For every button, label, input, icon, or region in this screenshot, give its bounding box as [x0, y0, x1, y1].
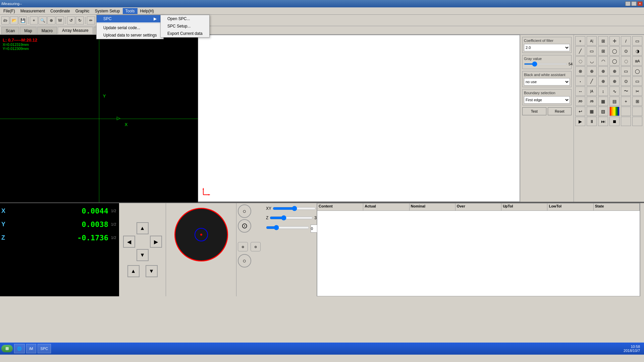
- icon-diagonal[interactable]: /: [621, 36, 631, 46]
- icon-grid[interactable]: ⊞: [598, 46, 608, 56]
- taskbar-ie[interactable]: 🌐: [14, 344, 25, 353]
- icon-circle4[interactable]: ◯: [632, 66, 642, 76]
- cam-btn-circle3[interactable]: ○: [238, 254, 251, 267]
- icon-wave[interactable]: 〜: [621, 86, 631, 96]
- draw-button[interactable]: ✏: [87, 16, 95, 24]
- icon-table2[interactable]: ▤: [609, 97, 620, 106]
- scroll-handle[interactable]: [640, 203, 644, 296]
- icon-jo[interactable]: JO: [575, 97, 585, 106]
- arrow-up[interactable]: ▲: [137, 222, 149, 234]
- icon-four-cross[interactable]: ✛: [609, 36, 620, 46]
- icon-arc-up[interactable]: ◠: [598, 56, 608, 66]
- icon-circle3[interactable]: ◌: [621, 56, 631, 66]
- reset-button[interactable]: Reset: [548, 107, 572, 115]
- taskbar-im[interactable]: iM: [26, 344, 36, 353]
- arrow-z-down[interactable]: ▼: [146, 265, 158, 277]
- menu-file[interactable]: File(F): [1, 8, 18, 14]
- menu-coordinate[interactable]: Coordinate: [48, 8, 73, 14]
- icon-circle-plus[interactable]: ⊕: [609, 76, 620, 86]
- icon-text[interactable]: A|: [587, 36, 597, 46]
- cam-icon2[interactable]: ⊚: [251, 242, 261, 251]
- menu-graphic[interactable]: Graphic: [73, 8, 92, 14]
- icon-js[interactable]: JS: [587, 97, 597, 106]
- arrow-z-up[interactable]: ▲: [127, 265, 140, 277]
- menu-help[interactable]: Help(H): [138, 8, 157, 14]
- icon-rect-select[interactable]: ▭: [632, 36, 642, 46]
- test-button[interactable]: Test: [522, 107, 546, 115]
- icon-line[interactable]: ╱: [575, 46, 585, 56]
- icon-zoom-out[interactable]: ⊕: [609, 66, 620, 76]
- boundary-select[interactable]: First edge Last edge Middle edge: [524, 96, 570, 104]
- icon-rect-dash[interactable]: ▭: [632, 76, 642, 86]
- crosshair-button[interactable]: ⊕: [47, 16, 55, 24]
- icon-circle2[interactable]: ◯: [609, 56, 620, 66]
- redo-button[interactable]: ↻: [76, 16, 84, 24]
- icon-zoom-in[interactable]: ⊕: [598, 66, 608, 76]
- coefficient-select[interactable]: 2.0 1.0 3.0: [524, 44, 570, 51]
- upload-server-item[interactable]: Upload data to server settings: [97, 32, 163, 39]
- icon-table4[interactable]: ▧: [598, 107, 608, 116]
- icon-plus2[interactable]: +: [621, 97, 631, 106]
- undo-button[interactable]: ↺: [67, 16, 75, 24]
- arrow-left[interactable]: ◀: [123, 236, 135, 248]
- icon-rect[interactable]: ▭: [587, 46, 597, 56]
- arrow-down[interactable]: ▼: [137, 249, 149, 261]
- main-view[interactable]: [198, 35, 520, 202]
- icon-table3[interactable]: ▦: [587, 107, 597, 116]
- minimize-button[interactable]: _: [625, 1, 631, 6]
- arrow-right[interactable]: ▶: [150, 236, 162, 248]
- export-current-item[interactable]: Export Current data: [161, 30, 209, 37]
- icon-cut[interactable]: ✂: [632, 86, 642, 96]
- icon-rect2[interactable]: ▭: [621, 66, 631, 76]
- xy-slider[interactable]: [273, 206, 316, 211]
- icon-grid-cross[interactable]: ⊞: [598, 36, 608, 46]
- menu-system-setup[interactable]: System Setup: [92, 8, 123, 14]
- open-button[interactable]: 📂: [10, 16, 18, 24]
- icon-table[interactable]: ▦: [598, 97, 608, 106]
- icon-undo[interactable]: ↩: [575, 107, 585, 116]
- icon-arc[interactable]: ◡: [587, 56, 597, 66]
- icon-plus-zoom[interactable]: ⊕: [598, 76, 608, 86]
- tab-scan[interactable]: Scan: [1, 27, 19, 34]
- skip-button[interactable]: ⏭: [598, 117, 608, 126]
- zoom-button[interactable]: 🔍: [39, 16, 47, 24]
- icon-circle5[interactable]: ⊙: [621, 76, 631, 86]
- icon-dashed-circle[interactable]: ◌: [575, 56, 585, 66]
- icon-center-cross[interactable]: ⊕: [587, 66, 597, 76]
- start-button[interactable]: ⊞: [1, 345, 13, 352]
- play-button[interactable]: ▶: [575, 117, 585, 126]
- tab-array-measure[interactable]: Array Measure: [58, 27, 93, 34]
- w-button[interactable]: W: [56, 16, 64, 24]
- icon-text2[interactable]: |A: [587, 86, 597, 96]
- gray-slider[interactable]: [524, 63, 567, 65]
- icon-cross-center[interactable]: +: [575, 36, 585, 46]
- icon-expand[interactable]: ⊞: [632, 97, 642, 106]
- icon-circle-dot[interactable]: ⊙: [621, 46, 631, 56]
- icon-color[interactable]: [609, 107, 620, 116]
- stop-button[interactable]: ⏹: [609, 117, 620, 126]
- icon-grid2[interactable]: ⊞A: [632, 56, 642, 66]
- cam-btn-circle[interactable]: ○: [238, 204, 251, 218]
- tab-macro[interactable]: Macro: [37, 27, 57, 34]
- close-button[interactable]: ✕: [637, 1, 643, 6]
- menu-measurement[interactable]: Measurement: [18, 8, 48, 14]
- cam-icon1[interactable]: ⊛: [238, 242, 248, 251]
- add-button[interactable]: +: [30, 16, 38, 24]
- icon-move[interactable]: ↔: [575, 86, 585, 96]
- spc-setup-item[interactable]: SPC Setup...: [161, 22, 209, 30]
- menu-tools[interactable]: Tools: [123, 8, 138, 14]
- icon-circle-cross[interactable]: ⊗: [575, 66, 585, 76]
- save-button[interactable]: 💾: [19, 16, 27, 24]
- spc-item[interactable]: SPC ▶: [97, 15, 163, 22]
- maximize-button[interactable]: □: [631, 1, 637, 6]
- z-slider[interactable]: [270, 215, 313, 221]
- mini-slider[interactable]: [266, 225, 309, 231]
- icon-dot[interactable]: ·: [575, 76, 585, 86]
- cam-btn-circle2[interactable]: ⊙: [238, 219, 251, 233]
- bw-select[interactable]: no use use: [524, 78, 570, 85]
- taskbar-spc[interactable]: SPC: [38, 344, 51, 353]
- icon-line2[interactable]: ╱: [587, 76, 597, 86]
- icon-circle[interactable]: ◯: [609, 46, 620, 56]
- pause-button[interactable]: ⏸: [587, 117, 597, 126]
- icon-curve[interactable]: ∿: [609, 86, 620, 96]
